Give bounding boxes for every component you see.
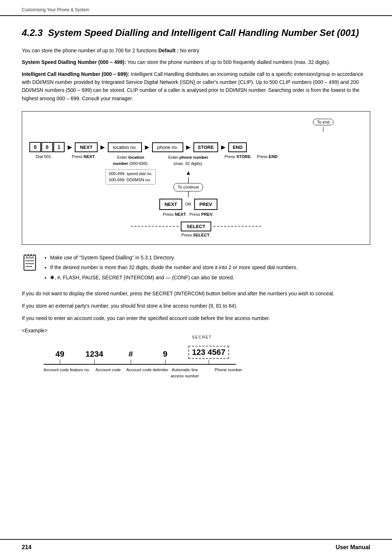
- svg-point-5: [26, 254, 28, 256]
- ex-label-5: Phone number: [201, 367, 256, 373]
- arrow2: ►: [99, 143, 106, 151]
- ex-label-2: Account code: [90, 367, 126, 373]
- ex-label-3: Account code delimiter: [126, 367, 168, 373]
- secret-label: SECRET: [192, 335, 229, 339]
- phone-no-box: phone no.: [152, 142, 183, 152]
- notes-list: Make use of "System Speed Dialling" in 5…: [44, 254, 298, 282]
- main-content: 4.2.3 System Speed Dialling and Intellig…: [0, 16, 392, 419]
- next-btn2: NEXT: [159, 199, 182, 210]
- note-item-2: If the desired number is more than 32 di…: [50, 263, 298, 272]
- intro-para1: You can store the phone number of up to …: [22, 46, 370, 54]
- ex-label-1: Account code feature no.: [44, 367, 90, 373]
- ex-num-1: 49: [56, 349, 64, 359]
- location-no-box: location no.: [108, 142, 142, 152]
- dial-001-label: Dial 001.: [36, 154, 52, 159]
- intro-para3: Intelligent Call Handling Number (000 – …: [22, 70, 370, 103]
- svg-point-7: [32, 254, 34, 256]
- key-0a: 0: [29, 142, 41, 152]
- diagram-box: To end 0 0 1 ► NEXT ► location no. ► pho…: [22, 111, 370, 245]
- ex-seg-4: 9: [149, 349, 181, 365]
- prev-btn: PREV: [194, 199, 217, 210]
- body-para1: If you do not want to display the stored…: [22, 289, 370, 298]
- bottom-bar: 214 User Manual: [0, 539, 392, 555]
- page: Customising Your Phone & System 4.2.3 Sy…: [0, 0, 392, 555]
- svg-point-6: [29, 254, 31, 256]
- ex-num-4: 9: [163, 349, 167, 359]
- ex-seg-1: 49: [44, 349, 76, 365]
- notes-icon: [22, 254, 38, 272]
- header-text: Customising Your Phone & System: [22, 7, 89, 12]
- or-text: OR: [185, 201, 191, 207]
- body-para3: If you need to enter an account code, yo…: [22, 314, 370, 323]
- key-0b: 0: [41, 142, 53, 152]
- ex-label-4: Automatic line access number: [168, 367, 201, 378]
- note-item-3: ✱, #, FLASH, PAUSE, SECRET (INTERCOM) an…: [50, 274, 298, 282]
- to-continue-label: To continue: [173, 183, 203, 191]
- speed-dial-note: 000-499: speed dial no. 500-699: DDI/MSN…: [106, 169, 156, 185]
- section-title: 4.2.3 System Speed Dialling and Intellig…: [22, 27, 370, 39]
- diagram-flow: 0 0 1 ► NEXT ► location no. ► phone no. …: [29, 142, 363, 152]
- ex-seg-3: #: [113, 349, 149, 365]
- to-end-label: To end: [313, 119, 334, 125]
- ex-num-3: #: [128, 349, 133, 359]
- select-button-diag: SELECT: [181, 222, 211, 231]
- body-para2: If you store an external party's number,…: [22, 302, 370, 311]
- notes-content: Make use of "System Speed Dialling" in 5…: [44, 254, 298, 284]
- intro-para2: System Speed Dialling Number (000 – 499)…: [22, 58, 370, 66]
- example-label: <Example>: [22, 328, 370, 333]
- arrow4: ►: [185, 143, 192, 151]
- notes-section: Make use of "System Speed Dialling" in 5…: [22, 254, 370, 284]
- page-number: 214: [22, 544, 32, 551]
- key-1: 1: [53, 142, 65, 152]
- ex-seg-2: 1234: [76, 349, 113, 365]
- ex-num-5: 123 4567: [192, 348, 225, 357]
- arrow5: ►: [220, 143, 227, 151]
- ex-num-2: 1234: [86, 349, 103, 359]
- store-button-diag: STORE: [193, 142, 219, 152]
- end-button-diag: END: [228, 142, 247, 152]
- ex-seg-5: SECRET 123 4567: [181, 341, 236, 365]
- manual-label: User Manual: [336, 544, 370, 551]
- top-bar: Customising Your Phone & System: [0, 0, 392, 16]
- next-button-diag: NEXT: [75, 142, 98, 152]
- example-diagram: 49 1234 # 9: [44, 341, 370, 378]
- arrow3: ►: [143, 143, 151, 151]
- svg-rect-0: [24, 255, 36, 270]
- arrow1: ►: [66, 143, 73, 151]
- note-item-1: Make use of "System Speed Dialling" in 5…: [50, 254, 298, 262]
